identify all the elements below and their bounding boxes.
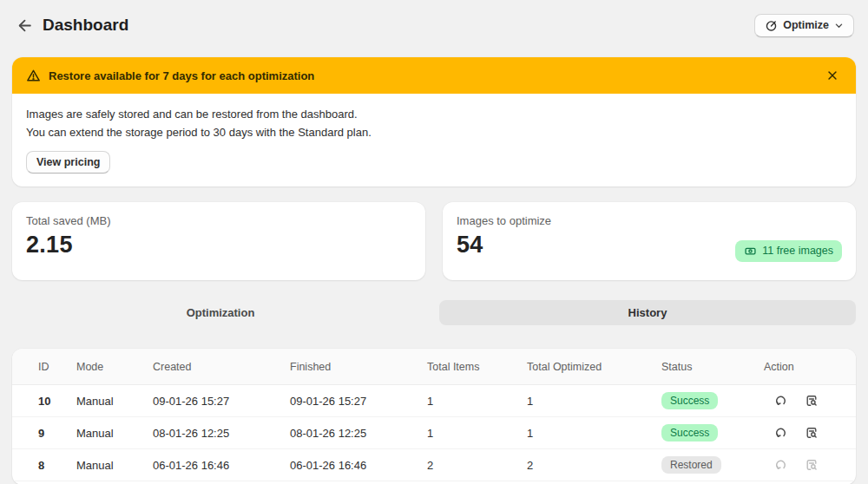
view-details-action-button[interactable] (803, 392, 820, 409)
cell-total-optimized: 1 (515, 395, 649, 408)
total-saved-value: 2.15 (26, 232, 111, 258)
chevron-down-icon (834, 21, 844, 30)
cell-id: 10 (26, 395, 64, 408)
column-header: Status (649, 361, 752, 373)
status-badge: Success (661, 424, 718, 441)
cell-total-items: 1 (415, 427, 515, 440)
column-header: ID (26, 361, 64, 373)
table-row: 8 Manual 06-01-26 16:46 06-01-26 16:46 2… (12, 449, 856, 481)
tab-bar: OptimizationHistory (12, 300, 856, 325)
column-header: Mode (64, 361, 141, 373)
total-saved-label: Total saved (MB) (26, 214, 111, 227)
warning-triangle-icon (26, 69, 41, 83)
restore-action-button[interactable] (773, 424, 790, 441)
cell-mode: Manual (64, 427, 141, 440)
cell-total-optimized: 1 (515, 427, 649, 440)
free-images-badge-label: 11 free images (762, 245, 833, 257)
table-header-row: IDModeCreatedFinishedTotal ItemsTotal Op… (12, 349, 856, 385)
cell-created: 09-01-26 15:27 (141, 395, 278, 408)
page-title: Dashboard (43, 16, 128, 35)
view-details-action-button[interactable] (803, 424, 820, 441)
column-header: Finished (278, 361, 415, 373)
free-images-badge: 11 free images (735, 240, 842, 262)
cell-status: Restored (649, 456, 752, 474)
view-pricing-button[interactable]: View pricing (26, 151, 110, 173)
banner-text-line2: You can extend the storage period to 30 … (26, 123, 842, 141)
images-to-optimize-value: 54 (457, 232, 551, 258)
column-header: Total Items (415, 361, 515, 373)
banner-text-line1: Images are safely stored and can be rest… (26, 105, 842, 123)
restore-action-button (773, 456, 790, 474)
banner-close-button[interactable] (823, 66, 842, 85)
view-details-action-button (803, 456, 820, 474)
restore-icon (774, 426, 788, 440)
banner-header: Restore available for 7 days for each op… (12, 57, 856, 94)
history-table-card: IDModeCreatedFinishedTotal ItemsTotal Op… (12, 349, 856, 484)
cell-status: Success (649, 424, 752, 441)
cell-id: 9 (26, 427, 64, 440)
cell-finished: 09-01-26 15:27 (278, 395, 415, 408)
back-button[interactable] (14, 15, 36, 36)
tab-optimization[interactable]: Optimization (12, 300, 429, 325)
back-arrow-icon (17, 18, 32, 33)
view-details-icon (805, 426, 819, 440)
view-details-icon (805, 394, 819, 408)
tab-history[interactable]: History (439, 300, 856, 325)
images-to-optimize-card: Images to optimize 54 11 free images (443, 202, 856, 280)
cell-action (752, 392, 842, 409)
table-row: 10 Manual 09-01-26 15:27 09-01-26 15:27 … (12, 385, 856, 417)
status-badge: Success (661, 392, 718, 409)
view-details-icon (805, 458, 819, 472)
banner-title: Restore available for 7 days for each op… (49, 69, 314, 82)
close-icon (826, 69, 838, 82)
cell-id: 8 (26, 459, 64, 472)
gauge-icon (765, 19, 778, 32)
column-header: Total Optimized (515, 361, 649, 373)
table-row: 9 Manual 08-01-26 12:25 08-01-26 12:25 1… (12, 417, 856, 449)
cell-total-items: 1 (415, 395, 515, 408)
restore-banner-card: Restore available for 7 days for each op… (12, 57, 856, 186)
cell-status: Success (649, 392, 752, 409)
cell-action (752, 456, 842, 474)
cell-created: 08-01-26 12:25 (141, 427, 278, 440)
stats-row: Total saved (MB) 2.15 Images to optimize… (12, 202, 856, 280)
optimize-button-label: Optimize (783, 19, 829, 31)
cell-action (752, 424, 842, 441)
restore-icon (774, 458, 788, 472)
cell-finished: 08-01-26 12:25 (278, 427, 415, 440)
total-saved-card: Total saved (MB) 2.15 (12, 202, 425, 280)
top-bar: Dashboard Optimize (0, 0, 868, 49)
restore-icon (774, 394, 788, 408)
restore-action-button[interactable] (773, 392, 790, 409)
cash-icon (744, 245, 757, 258)
images-to-optimize-label: Images to optimize (457, 214, 551, 227)
table-body: 10 Manual 09-01-26 15:27 09-01-26 15:27 … (12, 385, 856, 481)
column-header: Action (752, 361, 842, 373)
banner-body: Images are safely stored and can be rest… (12, 94, 856, 186)
cell-total-optimized: 2 (515, 459, 649, 472)
optimize-button[interactable]: Optimize (754, 14, 854, 37)
cell-mode: Manual (64, 395, 141, 408)
column-header: Created (141, 361, 278, 373)
cell-finished: 06-01-26 16:46 (278, 459, 415, 472)
cell-mode: Manual (64, 459, 141, 472)
status-badge: Restored (661, 456, 721, 474)
cell-total-items: 2 (415, 459, 515, 472)
cell-created: 06-01-26 16:46 (141, 459, 278, 472)
